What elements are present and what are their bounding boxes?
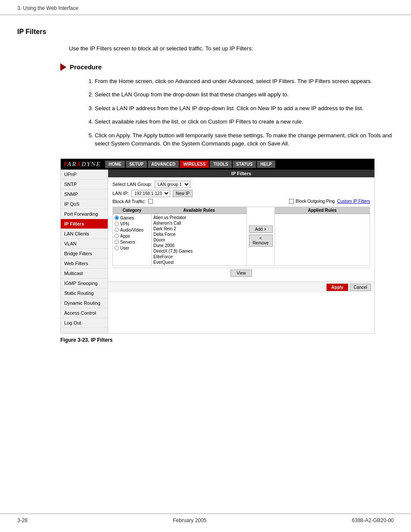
router-body: UPnP SNTP SNMP IP QoS Port Forwarding IP… (61, 170, 374, 333)
sidebar-item-igmpsnooping[interactable]: IGMP Snooping (61, 278, 108, 288)
block-outgoing-ping-label: Block Outgoing Ping (296, 199, 335, 204)
sidebar-item-logout[interactable]: Log Out (61, 318, 108, 328)
nav-setup[interactable]: SETUP (126, 161, 147, 168)
procedure-header: Procedure (60, 63, 394, 71)
sidebar-item-vlan[interactable]: VLAN (61, 239, 108, 249)
procedure-arrow-icon (60, 63, 66, 71)
sidebar-item-sntp[interactable]: SNTP (61, 179, 108, 189)
figure-container: PARADYNE HOME SETUP ADVANCED WIRELESS TO… (60, 158, 375, 334)
panel-title: IP Filters (108, 170, 374, 177)
applied-rules-header: Applied Rules (275, 207, 370, 214)
procedure-title: Procedure (70, 63, 102, 71)
sidebar-item-ipfilters[interactable]: IP Filters (61, 219, 108, 229)
nav-advanced[interactable]: ADVANCED (148, 161, 179, 168)
rule-deltaforce[interactable]: Delta Force (153, 232, 246, 237)
figure-caption: Figure 3-23. IP Filters (60, 337, 394, 343)
sidebar-item-webfilters[interactable]: Web Filters (61, 259, 108, 269)
sidebar-item-lanclients[interactable]: LAN Clients (61, 229, 108, 239)
applied-rules-column: Applied Rules (275, 207, 370, 266)
step-3: Select a LAN IP address from the LAN IP … (95, 104, 394, 113)
rule-doom[interactable]: Doom (153, 237, 246, 243)
block-left: Block All Traffic: (112, 199, 155, 204)
lan-group-row: Select LAN Group: LAN group 1 (112, 181, 370, 188)
block-right: Block Outgoing Ping Custom IP Filters (289, 199, 370, 204)
panel-content: Select LAN Group: LAN group 1 LAN IP: 19… (108, 177, 374, 281)
block-traffic-label: Block All Traffic: (112, 199, 146, 204)
router-sidebar: UPnP SNTP SNMP IP QoS Port Forwarding IP… (61, 170, 108, 333)
category-user: User (115, 246, 149, 251)
nav-help[interactable]: HELP (257, 161, 275, 168)
sidebar-item-snmp[interactable]: SNMP (61, 189, 108, 199)
applied-rules-list[interactable] (275, 214, 370, 266)
nav-home[interactable]: HOME (105, 161, 125, 168)
rule-asheron[interactable]: Asheron's Call (153, 220, 246, 226)
category-vpn: VPN (115, 222, 149, 226)
custom-ip-filters-link[interactable]: Custom IP Filters (337, 199, 371, 204)
category-games-radio[interactable] (115, 216, 119, 220)
category-audiovideo: Audio/Video (115, 228, 149, 232)
filters-table: Category Games VPN (112, 207, 370, 266)
view-row: View (112, 268, 370, 278)
main-content: IP Filters Use the IP Filters screen to … (0, 15, 411, 356)
footer-left: 3-28 (17, 517, 28, 523)
add-button[interactable]: Add > (249, 226, 273, 233)
remove-button[interactable]: < Remove (249, 235, 273, 247)
step-2: Select the LAN Group from the drop-down … (95, 90, 394, 99)
nav-items: HOME SETUP ADVANCED WIRELESS TOOLS STATU… (105, 161, 275, 168)
sidebar-item-bridgefilters[interactable]: Bridge Filters (61, 249, 108, 259)
sidebar-item-dynamicrouting[interactable]: Dynamic Routing (61, 298, 108, 308)
new-ip-button[interactable]: New IP (173, 190, 193, 197)
sidebar-item-staticrouting[interactable]: Static Routing (61, 288, 108, 298)
category-column: Category Games VPN (113, 207, 152, 266)
block-outgoing-ping-checkbox[interactable] (289, 199, 294, 204)
category-audiovideo-radio[interactable] (115, 228, 119, 232)
cancel-button[interactable]: Cancel (350, 284, 371, 291)
category-apps: Apps (115, 234, 149, 238)
lan-group-label: Select LAN Group: (112, 182, 152, 187)
rule-alien[interactable]: Alien vs Predator (153, 215, 246, 220)
rule-darkrein[interactable]: Dark Rein 2 (153, 226, 246, 232)
rule-directx[interactable]: DirectX (7,8) Games (153, 248, 246, 254)
category-apps-radio[interactable] (115, 234, 119, 238)
lan-group-select[interactable]: LAN group 1 (155, 181, 190, 188)
step-4: Select available rules from the list, or… (95, 118, 394, 126)
view-button[interactable]: View (230, 269, 252, 277)
panel-buttons: Apply Cancel (108, 281, 374, 293)
category-vpn-radio[interactable] (115, 222, 119, 226)
nav-wireless[interactable]: WIRELESS (180, 161, 209, 168)
ordered-steps: From the Home screen, click on Advanced … (86, 77, 394, 148)
category-user-radio[interactable] (115, 246, 119, 250)
available-rules-list[interactable]: Alien vs Predator Asheron's Call Dark Re… (152, 214, 246, 266)
nav-tools[interactable]: TOOLS (210, 161, 231, 168)
router-main-panel: IP Filters Select LAN Group: LAN group 1… (108, 170, 374, 333)
page-header-text: 3. Using the Web Interface (17, 5, 78, 11)
rule-dune[interactable]: Dune 2000 (153, 243, 246, 248)
rule-eliteforce[interactable]: EliteForce (153, 254, 246, 260)
rule-everquest[interactable]: EverQuest (153, 260, 246, 265)
router-navbar: PARADYNE HOME SETUP ADVANCED WIRELESS TO… (61, 159, 374, 170)
page-footer: 3-28 February 2005 6388-A2-GB20-00 (0, 513, 411, 523)
block-traffic-row: Block All Traffic: Block Outgoing Ping C… (112, 199, 370, 204)
intro-text: Use the IP Filters screen to block all o… (69, 44, 394, 53)
rule-fighteraceii[interactable]: Fighter Ace II (153, 265, 246, 266)
router-ui: PARADYNE HOME SETUP ADVANCED WIRELESS TO… (61, 159, 374, 333)
step-5: Click on Apply. The Apply button will te… (95, 131, 394, 148)
step-1: From the Home screen, click on Advanced … (95, 77, 394, 86)
addremove-column: Add > < Remove (247, 207, 275, 266)
block-traffic-checkbox[interactable] (148, 199, 153, 204)
category-servers: Servers (115, 240, 149, 244)
nav-status[interactable]: STATUS (233, 161, 256, 168)
page-header: 3. Using the Web Interface (0, 0, 411, 15)
sidebar-item-portforwarding[interactable]: Port Forwarding (61, 209, 108, 219)
sidebar-item-multicast[interactable]: Multicast (61, 269, 108, 278)
lan-ip-select[interactable]: 192.168.1.123 (131, 190, 170, 197)
available-rules-column: Available Rules Alien vs Predator Ashero… (152, 207, 247, 266)
sidebar-item-upnp[interactable]: UPnP (61, 170, 108, 179)
category-servers-radio[interactable] (115, 240, 119, 244)
category-games: Games (115, 216, 149, 220)
sidebar-item-ipqos[interactable]: IP QoS (61, 199, 108, 209)
footer-right: 6388-A2-GB20-00 (352, 517, 394, 523)
section-title: IP Filters (17, 28, 394, 36)
sidebar-item-accesscontrol[interactable]: Access Control (61, 308, 108, 318)
apply-button[interactable]: Apply (327, 284, 348, 291)
